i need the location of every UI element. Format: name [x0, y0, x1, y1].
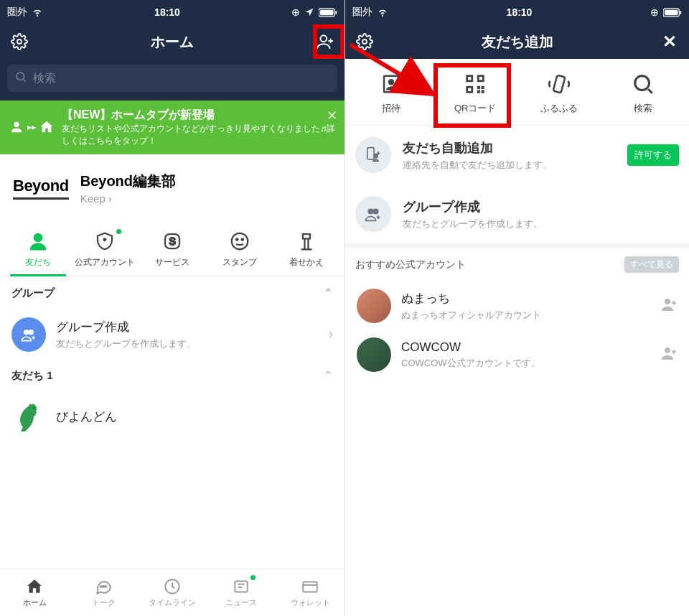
nav-header: ホーム [0, 24, 344, 59]
svg-rect-24 [665, 9, 678, 14]
group-create-row[interactable]: グループ作成 友だちとグループを作成します。 [345, 185, 689, 243]
svg-point-16 [33, 406, 34, 408]
svg-rect-21 [235, 581, 247, 592]
svg-rect-36 [468, 77, 471, 80]
tab-friends[interactable]: 友だち [4, 226, 72, 276]
search-icon [14, 70, 27, 86]
carrier-label: 圏外 [352, 6, 372, 19]
lock-rotation-icon: ⊕ [291, 6, 300, 18]
settings-button[interactable] [9, 31, 30, 52]
section-groups[interactable]: グループ ⌃ [0, 276, 344, 310]
auto-add-row[interactable]: 友だち自動追加 連絡先を自動で友だち追加します。 許可する [345, 126, 689, 185]
banner-icon-group: ▸▸ [9, 119, 55, 135]
settings-button[interactable] [354, 31, 375, 52]
svg-point-6 [14, 122, 19, 127]
svg-rect-33 [482, 86, 484, 89]
add-methods-grid: 招待 QRコード ふるふる 検索 [345, 59, 689, 126]
permit-button[interactable]: 許可する [627, 144, 679, 166]
svg-point-8 [104, 238, 106, 241]
svg-rect-2 [335, 11, 337, 14]
clock-label: 18:10 [154, 6, 180, 18]
nav-header: 友だち追加 ✕ [345, 24, 689, 59]
svg-point-42 [373, 154, 378, 159]
friend-avatar [11, 400, 46, 434]
close-button[interactable]: ✕ [659, 31, 680, 52]
tab-service[interactable]: S サービス [139, 226, 206, 276]
svg-point-46 [665, 347, 670, 353]
carrier-label: 圏外 [7, 6, 27, 19]
bottom-tab-bar: ホーム トーク タイムライン ニュース ウォレット [0, 569, 344, 616]
search-placeholder: 検索 [33, 71, 56, 86]
svg-rect-32 [477, 86, 480, 89]
svg-point-13 [241, 238, 243, 241]
svg-rect-22 [303, 582, 317, 592]
add-qr[interactable]: QRコード [433, 72, 517, 115]
tab-theme[interactable]: 着せかえ [273, 226, 340, 276]
clock-label: 18:10 [507, 6, 533, 18]
profile-logo: Beyond [13, 177, 69, 200]
svg-rect-38 [468, 88, 471, 91]
account-row[interactable]: ぬまっち ぬまっちオフィシャルアカウント [345, 281, 689, 330]
svg-point-11 [231, 233, 248, 249]
add-friend-button[interactable] [314, 31, 336, 52]
svg-point-44 [372, 208, 378, 214]
svg-point-3 [17, 39, 22, 44]
group-create-icon [355, 196, 391, 232]
add-friend-icon[interactable] [660, 296, 678, 316]
recommended-header: おすすめ公式アカウント すべて見る [345, 243, 689, 281]
section-friends[interactable]: 友だち 1 ⌃ [0, 359, 344, 393]
svg-point-7 [34, 233, 43, 242]
svg-rect-37 [479, 77, 482, 80]
btab-timeline[interactable]: タイムライン [138, 569, 207, 616]
group-create-row[interactable]: グループ作成 友だちとグループを作成します。 › [0, 310, 344, 359]
page-title: ホーム [30, 32, 314, 52]
banner-text: 【NEW】ホームタブが新登場 友だちリストや公式アカウントなどがすっきり見やすく… [62, 108, 336, 147]
tab-official[interactable]: 公式アカウント [72, 226, 139, 276]
svg-point-19 [105, 586, 106, 587]
search-input[interactable]: 検索 [7, 65, 337, 92]
svg-text:S: S [169, 236, 175, 247]
svg-point-14 [24, 330, 29, 335]
chevron-right-icon: › [329, 327, 333, 342]
svg-point-26 [362, 39, 367, 44]
chevron-up-icon: ⌃ [324, 369, 333, 382]
keep-link[interactable]: Keep› [80, 192, 176, 205]
add-shake[interactable]: ふるふる [517, 72, 601, 115]
add-friend-icon[interactable] [660, 345, 678, 365]
new-home-banner[interactable]: ▸▸ 【NEW】ホームタブが新登場 友だちリストや公式アカウントなどがすっきり見… [0, 101, 344, 154]
account-avatar [357, 337, 391, 372]
btab-talk[interactable]: トーク [69, 569, 138, 616]
group-icon [11, 317, 46, 352]
account-row[interactable]: COWCOW COWCOW公式アカウントです。 [345, 330, 689, 379]
svg-point-43 [367, 208, 373, 214]
add-friend-screen: 圏外 18:10 ⊕ 友だち追加 ✕ 招待 QRコード ふるふる 検索 [344, 0, 689, 616]
btab-wallet[interactable]: ウォレット [276, 569, 344, 616]
svg-point-17 [100, 586, 102, 587]
add-invite[interactable]: 招待 [350, 72, 433, 115]
home-screen: 圏外 18:10 ⊕ ホーム 検索 ▸▸ 【NEW】ホームタブ [0, 0, 344, 616]
tab-stamp[interactable]: スタンプ [206, 226, 273, 276]
chevron-up-icon: ⌃ [324, 286, 333, 299]
svg-rect-25 [680, 11, 681, 14]
profile-row[interactable]: Beyond Beyond編集部 Keep› [0, 154, 344, 222]
wifi-icon [32, 6, 43, 18]
btab-news[interactable]: ニュース [207, 569, 276, 616]
page-title: 友だち追加 [375, 32, 659, 52]
account-avatar [357, 289, 391, 323]
svg-point-5 [17, 73, 24, 80]
btab-home[interactable]: ホーム [0, 569, 69, 616]
add-search[interactable]: 検索 [601, 72, 685, 115]
status-bar: 圏外 18:10 ⊕ [0, 0, 344, 24]
svg-point-45 [665, 299, 670, 304]
svg-point-15 [28, 330, 34, 335]
see-all-button[interactable]: すべて見る [624, 256, 679, 273]
battery-icon [319, 8, 337, 17]
banner-close-button[interactable]: ✕ [327, 108, 337, 123]
status-bar: 圏外 18:10 ⊕ [345, 0, 689, 24]
svg-point-40 [634, 76, 649, 90]
friend-row[interactable]: びよんどん [0, 393, 344, 442]
svg-point-4 [321, 35, 327, 42]
category-tabs: 友だち 公式アカウント S サービス スタンプ 着せかえ [0, 222, 344, 276]
search-bar: 検索 [0, 59, 344, 101]
svg-point-28 [388, 79, 395, 85]
